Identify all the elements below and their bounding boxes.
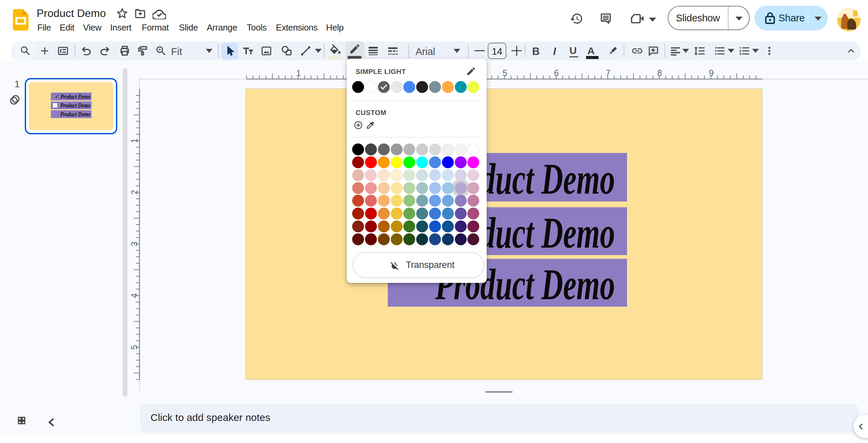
svg-text:1: 1 (129, 138, 139, 143)
svg-text:6: 6 (554, 68, 559, 78)
svg-text:4: 4 (129, 293, 139, 298)
svg-text:2: 2 (129, 190, 139, 195)
svg-text:7: 7 (606, 68, 610, 78)
svg-text:8: 8 (657, 68, 662, 78)
svg-text:5: 5 (129, 345, 139, 350)
svg-text:3: 3 (129, 242, 139, 246)
svg-text:1: 1 (296, 68, 301, 78)
svg-text:9: 9 (709, 68, 714, 78)
svg-text:5: 5 (503, 68, 507, 78)
